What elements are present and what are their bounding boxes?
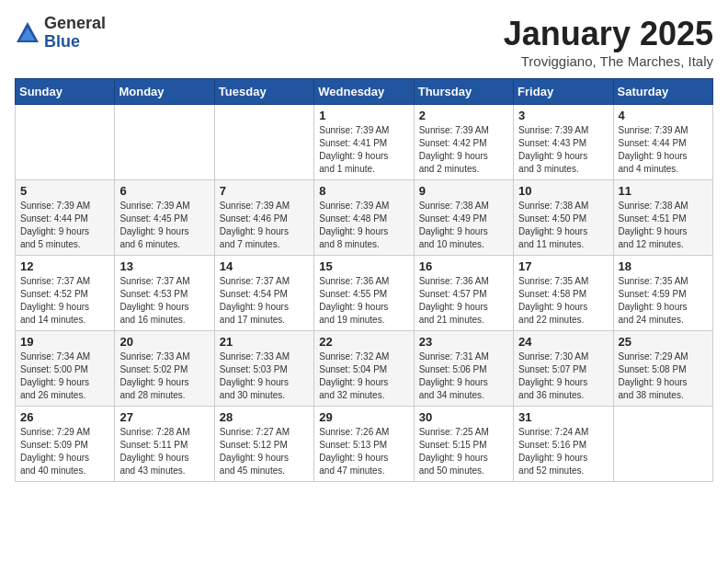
day-info: Sunrise: 7:37 AM Sunset: 4:54 PM Dayligh… [220,275,309,327]
day-number: 17 [518,259,608,273]
day-info: Sunrise: 7:29 AM Sunset: 5:08 PM Dayligh… [619,350,708,402]
day-number: 31 [518,410,608,424]
calendar-cell: 7Sunrise: 7:39 AM Sunset: 4:46 PM Daylig… [214,180,313,256]
calendar-cell: 23Sunrise: 7:31 AM Sunset: 5:06 PM Dayli… [414,331,513,407]
day-info: Sunrise: 7:33 AM Sunset: 5:03 PM Dayligh… [220,350,309,402]
day-info: Sunrise: 7:24 AM Sunset: 5:16 PM Dayligh… [518,426,608,477]
weekday-header-row: SundayMondayTuesdayWednesdayThursdayFrid… [16,79,713,105]
day-number: 22 [319,335,408,349]
weekday-header-tuesday: Tuesday [214,79,313,105]
title-block: January 2025 Troviggiano, The Marches, I… [504,15,713,69]
day-number: 3 [518,109,608,122]
month-title: January 2025 [504,15,713,53]
day-info: Sunrise: 7:33 AM Sunset: 5:02 PM Dayligh… [119,350,209,402]
day-number: 9 [419,184,508,198]
calendar-cell: 19Sunrise: 7:34 AM Sunset: 5:00 PM Dayli… [16,331,115,407]
calendar-cell: 22Sunrise: 7:32 AM Sunset: 5:04 PM Dayli… [314,331,414,407]
calendar-cell: 16Sunrise: 7:36 AM Sunset: 4:57 PM Dayli… [414,256,513,331]
day-number: 16 [419,259,508,273]
logo-text: General Blue [44,15,106,52]
day-info: Sunrise: 7:39 AM Sunset: 4:44 PM Dayligh… [20,200,109,251]
calendar-week-3: 12Sunrise: 7:37 AM Sunset: 4:52 PM Dayli… [16,256,713,331]
calendar-cell: 18Sunrise: 7:35 AM Sunset: 4:59 PM Dayli… [613,256,712,331]
logo-general-label: General [44,15,106,33]
day-number: 23 [419,335,508,349]
calendar-cell: 21Sunrise: 7:33 AM Sunset: 5:03 PM Dayli… [214,331,313,407]
calendar-cell: 2Sunrise: 7:39 AM Sunset: 4:42 PM Daylig… [414,105,513,180]
logo: General Blue [15,15,106,52]
location-label: Troviggiano, The Marches, Italy [504,53,713,69]
day-info: Sunrise: 7:29 AM Sunset: 5:09 PM Dayligh… [20,426,109,477]
day-info: Sunrise: 7:39 AM Sunset: 4:43 PM Dayligh… [518,124,608,176]
day-info: Sunrise: 7:39 AM Sunset: 4:42 PM Dayligh… [419,124,508,176]
day-number: 28 [220,410,309,424]
day-info: Sunrise: 7:31 AM Sunset: 5:06 PM Dayligh… [419,350,508,402]
calendar-cell: 12Sunrise: 7:37 AM Sunset: 4:52 PM Dayli… [16,256,115,331]
calendar-table: SundayMondayTuesdayWednesdayThursdayFrid… [15,78,713,482]
logo-blue-label: Blue [44,33,106,52]
day-info: Sunrise: 7:38 AM Sunset: 4:50 PM Dayligh… [518,200,608,251]
day-number: 5 [20,184,109,198]
calendar-cell: 15Sunrise: 7:36 AM Sunset: 4:55 PM Dayli… [314,256,414,331]
calendar-cell: 24Sunrise: 7:30 AM Sunset: 5:07 PM Dayli… [514,331,613,407]
calendar-cell: 1Sunrise: 7:39 AM Sunset: 4:41 PM Daylig… [314,105,414,180]
day-info: Sunrise: 7:35 AM Sunset: 4:58 PM Dayligh… [518,275,608,327]
day-info: Sunrise: 7:36 AM Sunset: 4:55 PM Dayligh… [319,275,408,327]
calendar-week-5: 26Sunrise: 7:29 AM Sunset: 5:09 PM Dayli… [16,407,713,482]
calendar-cell: 9Sunrise: 7:38 AM Sunset: 4:49 PM Daylig… [414,180,513,256]
calendar-cell: 5Sunrise: 7:39 AM Sunset: 4:44 PM Daylig… [16,180,115,256]
calendar-week-1: 1Sunrise: 7:39 AM Sunset: 4:41 PM Daylig… [16,105,713,180]
day-number: 10 [518,184,608,198]
calendar-week-4: 19Sunrise: 7:34 AM Sunset: 5:00 PM Dayli… [16,331,713,407]
day-number: 8 [319,184,408,198]
calendar-cell: 28Sunrise: 7:27 AM Sunset: 5:12 PM Dayli… [214,407,313,482]
logo-icon [15,20,40,46]
day-number: 11 [619,184,708,198]
calendar-cell: 10Sunrise: 7:38 AM Sunset: 4:50 PM Dayli… [514,180,613,256]
day-number: 18 [619,259,708,273]
weekday-header-thursday: Thursday [414,79,513,105]
day-info: Sunrise: 7:39 AM Sunset: 4:46 PM Dayligh… [220,200,309,251]
day-number: 27 [119,410,209,424]
day-info: Sunrise: 7:39 AM Sunset: 4:41 PM Dayligh… [319,124,408,176]
day-number: 19 [20,335,109,349]
day-number: 6 [119,184,209,198]
calendar-cell: 26Sunrise: 7:29 AM Sunset: 5:09 PM Dayli… [16,407,115,482]
day-number: 24 [518,335,608,349]
day-info: Sunrise: 7:25 AM Sunset: 5:15 PM Dayligh… [419,426,508,477]
weekday-header-saturday: Saturday [613,79,712,105]
calendar-cell: 17Sunrise: 7:35 AM Sunset: 4:58 PM Dayli… [514,256,613,331]
calendar-cell: 25Sunrise: 7:29 AM Sunset: 5:08 PM Dayli… [613,331,712,407]
day-number: 29 [319,410,408,424]
day-info: Sunrise: 7:39 AM Sunset: 4:48 PM Dayligh… [319,200,408,251]
day-number: 13 [119,259,209,273]
weekday-header-monday: Monday [115,79,214,105]
day-info: Sunrise: 7:28 AM Sunset: 5:11 PM Dayligh… [119,426,209,477]
calendar-cell [115,105,214,180]
day-number: 2 [419,109,508,122]
day-info: Sunrise: 7:32 AM Sunset: 5:04 PM Dayligh… [319,350,408,402]
day-info: Sunrise: 7:34 AM Sunset: 5:00 PM Dayligh… [20,350,109,402]
day-info: Sunrise: 7:38 AM Sunset: 4:49 PM Dayligh… [419,200,508,251]
day-number: 21 [220,335,309,349]
calendar-cell: 27Sunrise: 7:28 AM Sunset: 5:11 PM Dayli… [115,407,214,482]
day-info: Sunrise: 7:30 AM Sunset: 5:07 PM Dayligh… [518,350,608,402]
calendar-cell [16,105,115,180]
day-number: 7 [220,184,309,198]
calendar-cell [613,407,712,482]
calendar-cell [214,105,313,180]
weekday-header-friday: Friday [514,79,613,105]
calendar-cell: 20Sunrise: 7:33 AM Sunset: 5:02 PM Dayli… [115,331,214,407]
day-info: Sunrise: 7:38 AM Sunset: 4:51 PM Dayligh… [619,200,708,251]
weekday-header-wednesday: Wednesday [314,79,414,105]
day-info: Sunrise: 7:39 AM Sunset: 4:44 PM Dayligh… [619,124,708,176]
day-info: Sunrise: 7:35 AM Sunset: 4:59 PM Dayligh… [619,275,708,327]
day-number: 4 [619,109,708,122]
day-info: Sunrise: 7:27 AM Sunset: 5:12 PM Dayligh… [220,426,309,477]
day-info: Sunrise: 7:39 AM Sunset: 4:45 PM Dayligh… [119,200,209,251]
day-info: Sunrise: 7:36 AM Sunset: 4:57 PM Dayligh… [419,275,508,327]
day-info: Sunrise: 7:37 AM Sunset: 4:52 PM Dayligh… [20,275,109,327]
day-number: 20 [119,335,209,349]
day-number: 25 [619,335,708,349]
calendar-cell: 8Sunrise: 7:39 AM Sunset: 4:48 PM Daylig… [314,180,414,256]
